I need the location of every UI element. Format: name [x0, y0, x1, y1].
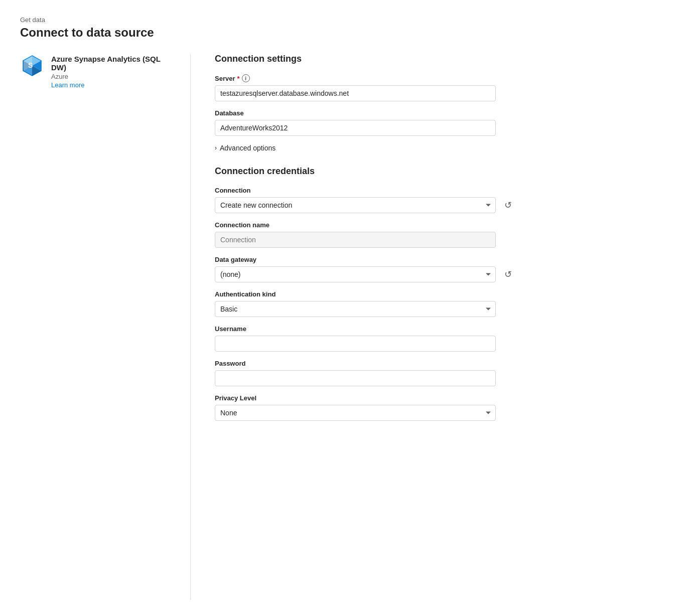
password-field-group: Password — [215, 360, 666, 386]
connection-settings-title: Connection settings — [215, 54, 666, 64]
connection-select-wrapper: Create new connection ↺ — [215, 197, 516, 213]
data-gateway-refresh-button[interactable]: ↺ — [500, 266, 516, 282]
connector-info: S Azure Synapse Analytics (SQL DW) Azure… — [20, 54, 170, 89]
svg-text:S: S — [28, 61, 33, 69]
connector-details: Azure Synapse Analytics (SQL DW) Azure L… — [51, 54, 170, 89]
advanced-options-chevron-icon: › — [215, 144, 217, 151]
learn-more-link[interactable]: Learn more — [51, 81, 170, 89]
main-layout: S Azure Synapse Analytics (SQL DW) Azure… — [20, 54, 666, 600]
server-input[interactable] — [215, 85, 496, 101]
data-gateway-field-group: Data gateway (none) ↺ — [215, 256, 666, 282]
server-field-group: Server * i — [215, 74, 666, 101]
password-label: Password — [215, 360, 666, 367]
username-field-group: Username — [215, 325, 666, 352]
connector-icon: S — [20, 54, 44, 78]
connection-refresh-button[interactable]: ↺ — [500, 197, 516, 213]
connector-provider: Azure — [51, 73, 170, 80]
advanced-options-label: Advanced options — [220, 144, 276, 152]
connection-refresh-icon: ↺ — [504, 200, 512, 211]
connection-label: Connection — [215, 187, 666, 194]
advanced-options-toggle[interactable]: › Advanced options — [215, 144, 666, 152]
server-info-icon[interactable]: i — [242, 74, 250, 82]
username-label: Username — [215, 325, 666, 333]
left-panel: S Azure Synapse Analytics (SQL DW) Azure… — [20, 54, 191, 600]
page-title: Connect to data source — [20, 26, 666, 40]
server-label: Server * i — [215, 74, 666, 82]
connection-select[interactable]: Create new connection — [215, 197, 496, 213]
auth-kind-select[interactable]: Basic OAuth Windows — [215, 301, 496, 317]
privacy-label: Privacy Level — [215, 394, 666, 402]
credentials-section: Connection credentials Connection Create… — [215, 166, 666, 421]
data-gateway-label: Data gateway — [215, 256, 666, 263]
auth-kind-field-group: Authentication kind Basic OAuth Windows — [215, 290, 666, 317]
connection-name-input[interactable] — [215, 232, 496, 248]
page-container: Get data Connect to data source S — [0, 0, 686, 616]
password-input[interactable] — [215, 370, 496, 386]
privacy-field-group: Privacy Level None Public Organizational… — [215, 394, 666, 421]
database-field-group: Database — [215, 109, 666, 136]
data-gateway-select-wrapper: (none) ↺ — [215, 266, 516, 282]
right-panel: Connection settings Server * i Database — [191, 54, 666, 600]
data-gateway-select[interactable]: (none) — [215, 266, 496, 282]
data-gateway-refresh-icon: ↺ — [504, 269, 512, 280]
page-subtitle: Get data — [20, 16, 666, 24]
database-input[interactable] — [215, 120, 496, 136]
username-input[interactable] — [215, 336, 496, 352]
connection-field-group: Connection Create new connection ↺ — [215, 187, 666, 213]
privacy-select[interactable]: None Public Organizational Private — [215, 405, 496, 421]
server-required-star: * — [237, 75, 239, 82]
database-label: Database — [215, 109, 666, 117]
connector-name: Azure Synapse Analytics (SQL DW) — [51, 55, 170, 72]
connection-name-field-group: Connection name — [215, 221, 666, 248]
auth-kind-label: Authentication kind — [215, 290, 666, 298]
connection-name-label: Connection name — [215, 221, 666, 229]
credentials-title: Connection credentials — [215, 166, 666, 177]
